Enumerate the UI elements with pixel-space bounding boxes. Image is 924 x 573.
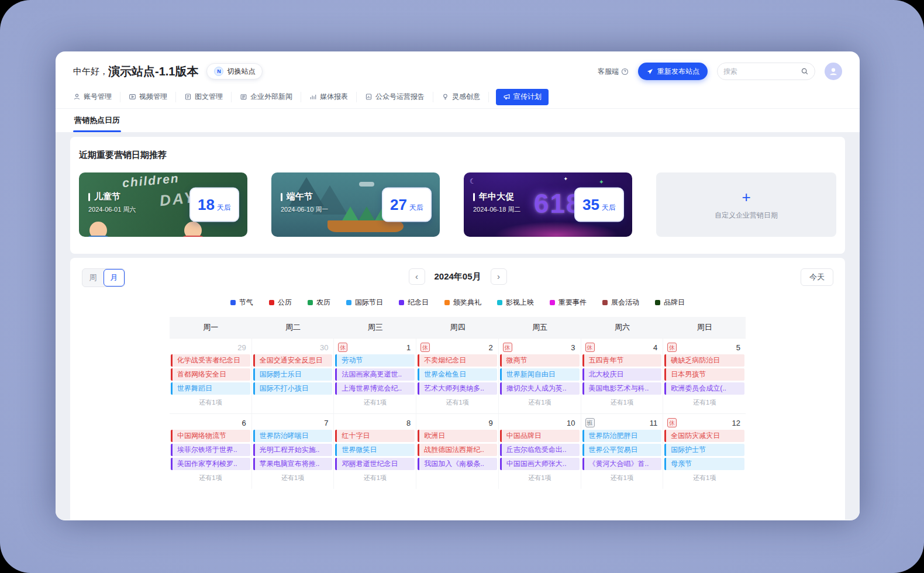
date-number: 6 bbox=[242, 419, 246, 427]
tab-marketing-calendar[interactable]: 营销热点日历 bbox=[73, 115, 121, 132]
calendar-event[interactable]: 世界防治哮喘日 bbox=[253, 430, 333, 442]
calendar-event[interactable]: 战胜德国法西斯纪.. bbox=[418, 444, 497, 456]
nav-item-8[interactable]: 宣传计划 bbox=[496, 89, 549, 105]
calendar-event[interactable]: 劳动节 bbox=[335, 354, 415, 367]
calendar-event[interactable]: 丘吉尔临危受命出.. bbox=[500, 444, 580, 456]
calendar-event[interactable]: 中国品牌日 bbox=[500, 430, 580, 442]
calendar-event[interactable]: 光明工程开始实施.. bbox=[253, 444, 333, 456]
calendar-event[interactable]: 碘缺乏病防治日 bbox=[664, 354, 744, 367]
prev-month-button[interactable]: ‹ bbox=[408, 268, 425, 285]
calendar-event[interactable]: 撒切尔夫人成为英.. bbox=[500, 382, 580, 395]
day-cell[interactable]: 8红十字日世界微笑日邓丽君逝世纪念日还有1项 bbox=[334, 414, 416, 489]
countdown-days: 35 bbox=[582, 197, 599, 212]
avatar[interactable] bbox=[825, 63, 842, 80]
day-cell[interactable]: 休12全国防灾减灾日国际护士节母亲节还有1项 bbox=[663, 414, 746, 489]
day-cell[interactable]: 6中国网络物流节埃菲尔铁塔于世界..美国作家亨利梭罗..还有1项 bbox=[170, 414, 252, 489]
calendar-event[interactable]: 全国防灾减灾日 bbox=[664, 430, 744, 442]
calendar-event[interactable]: 美国作家亨利梭罗.. bbox=[171, 458, 250, 470]
calendar-event[interactable]: 世界金枪鱼日 bbox=[418, 368, 497, 381]
today-button[interactable]: 今天 bbox=[801, 268, 833, 286]
calendar-event[interactable]: 艺术大师列奥纳多.. bbox=[418, 382, 497, 395]
day-cell[interactable]: 休3微商节世界新闻自由日撒切尔夫人成为英..还有1项 bbox=[499, 339, 581, 413]
search-input[interactable] bbox=[723, 67, 801, 75]
calendar-event[interactable]: 化学战受害者纪念日 bbox=[171, 354, 250, 367]
countdown-suffix: 天后 bbox=[602, 203, 616, 213]
calendar-controls: 周 月 ‹ 2024年05月 › 今天 bbox=[70, 268, 845, 288]
more-events-link[interactable]: 还有1项 bbox=[664, 472, 745, 484]
calendar-event[interactable]: 中国网络物流节 bbox=[171, 430, 250, 442]
calendar-event[interactable]: 埃菲尔铁塔于世界.. bbox=[171, 444, 250, 456]
day-cell[interactable]: 休2不卖烟纪念日世界金枪鱼日艺术大师列奥纳多..还有1项 bbox=[416, 339, 499, 413]
calendar-event[interactable]: 中国国画大师张大.. bbox=[500, 458, 580, 470]
more-events-link[interactable]: 还有1项 bbox=[499, 396, 580, 408]
calendar-event[interactable]: 国际不打小孩日 bbox=[253, 382, 333, 395]
calendar-event[interactable]: 首都网络安全日 bbox=[171, 368, 250, 381]
more-events-link[interactable]: 还有1项 bbox=[170, 396, 251, 408]
nav-item-6[interactable]: 公众号运营报告 bbox=[357, 92, 433, 102]
legend-label: 颁奖典礼 bbox=[453, 298, 481, 308]
calendar-event[interactable]: 上海世界博览会纪.. bbox=[335, 382, 415, 395]
nav-item-1[interactable]: 账号管理 bbox=[73, 92, 120, 102]
republish-label: 重新发布站点 bbox=[657, 67, 699, 77]
day-cell[interactable]: 班11世界防治肥胖日世界公平贸易日《黄河大合唱》首..还有1项 bbox=[581, 414, 664, 489]
more-events-link[interactable]: 还有1项 bbox=[170, 472, 251, 484]
day-cell[interactable]: 29化学战受害者纪念日首都网络安全日世界舞蹈日还有1项 bbox=[170, 339, 252, 413]
view-month-button[interactable]: 月 bbox=[104, 269, 125, 286]
calendar-event[interactable]: 日本男孩节 bbox=[664, 368, 744, 381]
calendar-event[interactable]: 不卖烟纪念日 bbox=[418, 354, 497, 367]
more-events-link[interactable]: 还有1项 bbox=[253, 472, 333, 484]
more-events-link[interactable]: 还有1项 bbox=[582, 396, 663, 408]
more-events-link[interactable]: 还有1项 bbox=[335, 472, 415, 484]
legend-label: 品牌日 bbox=[664, 298, 685, 308]
nav-item-3[interactable]: 图文管理 bbox=[176, 92, 232, 102]
calendar-event[interactable]: 世界防治肥胖日 bbox=[582, 430, 662, 442]
customer-service-link[interactable]: 客服端 bbox=[598, 67, 629, 77]
chart-icon bbox=[365, 93, 373, 101]
calendar-event[interactable]: 世界舞蹈日 bbox=[171, 382, 250, 395]
calendar-event[interactable]: 微商节 bbox=[500, 354, 580, 367]
more-events-link[interactable]: 还有1项 bbox=[664, 396, 745, 408]
calendar-event[interactable]: 五四青年节 bbox=[582, 354, 662, 367]
nav-item-5[interactable]: 媒体报表 bbox=[301, 92, 357, 102]
search-icon[interactable] bbox=[801, 67, 809, 75]
nav-item-7[interactable]: 灵感创意 bbox=[433, 92, 489, 102]
marketing-banner-mid-year-618[interactable]: 618✦✦☾年中大促2024-06-18 周二35天后 bbox=[464, 172, 632, 237]
more-events-link[interactable]: 还有1项 bbox=[499, 472, 580, 484]
day-cell[interactable]: 9欧洲日战胜德国法西斯纪..我国加入《南极条.. bbox=[416, 414, 499, 489]
day-cell[interactable]: 休5碘缺乏病防治日日本男孩节欧洲委员会成立(..还有1项 bbox=[663, 339, 746, 413]
calendar-event[interactable]: 北大校庆日 bbox=[582, 368, 662, 381]
more-events-link[interactable]: 还有1项 bbox=[335, 396, 415, 408]
day-cell[interactable]: 休4五四青年节北大校庆日美国电影艺术与科..还有1项 bbox=[581, 339, 664, 413]
calendar-event[interactable]: 国际护士节 bbox=[664, 444, 744, 456]
more-events-link[interactable]: 还有1项 bbox=[582, 472, 663, 484]
calendar-event[interactable]: 全国交通安全反思日 bbox=[253, 354, 333, 367]
calendar-event[interactable]: 国际爵士乐日 bbox=[253, 368, 333, 381]
calendar-event[interactable]: 法国画家高更逝世.. bbox=[335, 368, 415, 381]
more-events-link[interactable]: 还有1项 bbox=[417, 396, 498, 408]
add-custom-date-card[interactable]: +自定义企业营销日期 bbox=[656, 172, 836, 237]
calendar-event[interactable]: 世界新闻自由日 bbox=[500, 368, 580, 381]
calendar-event[interactable]: 世界微笑日 bbox=[335, 444, 415, 456]
marketing-banner-dragon-boat[interactable]: 端午节2024-06-10 周一27天后 bbox=[271, 172, 440, 237]
marketing-banner-children[interactable]: childrenDAY儿童节2024-06-01 周六18天后 bbox=[79, 172, 247, 237]
view-week-button[interactable]: 周 bbox=[82, 269, 104, 286]
calendar-event[interactable]: 《黄河大合唱》首.. bbox=[582, 458, 662, 470]
calendar-event[interactable]: 邓丽君逝世纪念日 bbox=[335, 458, 415, 470]
republish-site-button[interactable]: 重新发布站点 bbox=[638, 63, 708, 80]
calendar-event[interactable]: 欧洲委员会成立(.. bbox=[664, 382, 744, 395]
next-month-button[interactable]: › bbox=[491, 268, 507, 285]
nav-item-2[interactable]: 视频管理 bbox=[120, 92, 176, 102]
calendar-event[interactable]: 欧洲日 bbox=[418, 430, 497, 442]
day-cell[interactable]: 10中国品牌日丘吉尔临危受命出..中国国画大师张大..还有1项 bbox=[499, 414, 581, 489]
calendar-event[interactable]: 我国加入《南极条.. bbox=[418, 458, 497, 470]
nav-item-4[interactable]: 企业外部新闻 bbox=[232, 92, 301, 102]
calendar-event[interactable]: 美国电影艺术与科.. bbox=[582, 382, 662, 395]
calendar-event[interactable]: 母亲节 bbox=[664, 458, 744, 470]
calendar-event[interactable]: 世界公平贸易日 bbox=[582, 444, 662, 456]
calendar-event[interactable]: 红十字日 bbox=[335, 430, 415, 442]
day-cell[interactable]: 休1劳动节法国画家高更逝世..上海世界博览会纪..还有1项 bbox=[334, 339, 416, 413]
day-cell[interactable]: 30全国交通安全反思日国际爵士乐日国际不打小孩日 bbox=[252, 339, 335, 413]
calendar-event[interactable]: 苹果电脑宣布将推.. bbox=[253, 458, 333, 470]
day-cell[interactable]: 7世界防治哮喘日光明工程开始实施..苹果电脑宣布将推..还有1项 bbox=[252, 414, 335, 489]
switch-site-button[interactable]: N 切换站点 bbox=[206, 63, 263, 80]
